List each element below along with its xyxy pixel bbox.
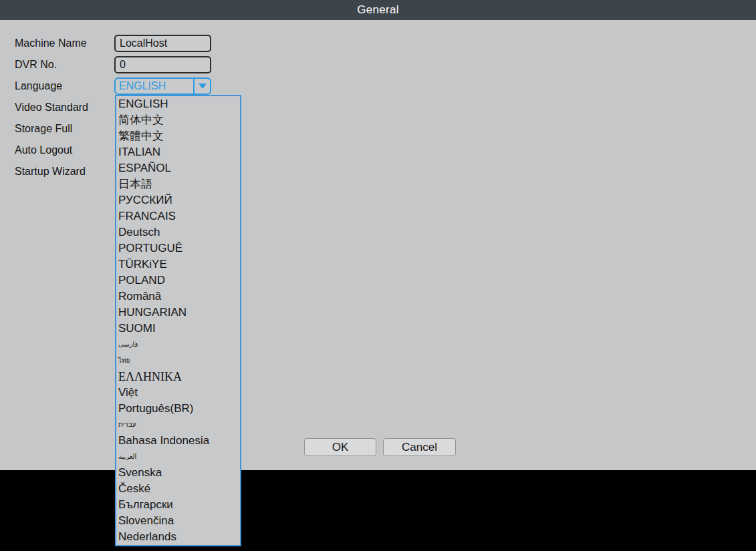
- chevron-down-icon: [199, 83, 207, 89]
- machine-name-input[interactable]: [114, 35, 211, 52]
- language-option-8[interactable]: Deutsch: [116, 224, 240, 240]
- language-option-25[interactable]: Български: [116, 497, 240, 513]
- language-select-arrow-button[interactable]: [193, 79, 210, 94]
- language-dropdown-list: ENGLISH简体中文繁體中文ITALIANESPAÑOL日本語РУССКИЙF…: [115, 95, 241, 546]
- dvr-no-label: DVR No.: [15, 59, 57, 71]
- language-option-2[interactable]: 繁體中文: [116, 128, 240, 144]
- language-option-14[interactable]: SUOMI: [116, 321, 240, 337]
- language-selected-value: ENGLISH: [116, 79, 193, 94]
- language-option-0[interactable]: ENGLISH: [116, 96, 240, 112]
- language-option-3[interactable]: ITALIAN: [116, 144, 240, 160]
- cancel-button[interactable]: Cancel: [383, 438, 456, 456]
- language-option-21[interactable]: Bahasa Indonesia: [116, 433, 240, 449]
- dialog-title: General: [357, 3, 399, 17]
- language-option-9[interactable]: PORTUGUÊ: [116, 240, 240, 256]
- dvr-no-input[interactable]: [114, 56, 211, 73]
- language-option-27[interactable]: Nederlands: [116, 529, 240, 545]
- storage-full-label: Storage Full: [15, 123, 72, 135]
- language-option-12[interactable]: Română: [116, 289, 240, 305]
- language-option-18[interactable]: Việt: [116, 385, 240, 401]
- language-option-17[interactable]: ΕΛΛΗΝΙΚΑ: [116, 369, 240, 385]
- auto-logout-label: Auto Logout: [15, 144, 72, 156]
- language-option-6[interactable]: РУССКИЙ: [116, 192, 240, 208]
- language-label: Language: [15, 80, 62, 92]
- dvr-general-settings-screen: General Machine Name DVR No. Language EN…: [0, 0, 756, 551]
- language-option-19[interactable]: Português(BR): [116, 401, 240, 417]
- language-option-23[interactable]: Svenska: [116, 465, 240, 481]
- language-option-24[interactable]: České: [116, 481, 240, 497]
- language-select[interactable]: ENGLISH: [114, 77, 211, 95]
- startup-wizard-label: Startup Wizard: [15, 166, 86, 178]
- language-option-1[interactable]: 简体中文: [116, 112, 240, 128]
- ok-button[interactable]: OK: [304, 438, 376, 456]
- language-option-10[interactable]: TÜRKiYE: [116, 256, 240, 272]
- dialog-body: Machine Name DVR No. Language ENGLISH Vi…: [0, 20, 756, 470]
- language-option-7[interactable]: FRANCAIS: [116, 208, 240, 224]
- language-option-26[interactable]: Slovenčina: [116, 513, 240, 529]
- dialog-title-bar: General: [0, 0, 756, 20]
- language-option-4[interactable]: ESPAÑOL: [116, 160, 240, 176]
- machine-name-label: Machine Name: [15, 37, 87, 49]
- language-option-11[interactable]: POLAND: [116, 272, 240, 289]
- video-standard-label: Video Standard: [15, 102, 88, 114]
- language-option-5[interactable]: 日本語: [116, 176, 240, 192]
- language-option-20[interactable]: עברית: [116, 417, 240, 433]
- language-option-15[interactable]: فارسی: [116, 337, 240, 353]
- language-option-16[interactable]: ไทย: [116, 353, 240, 369]
- video-background-area: [0, 470, 756, 551]
- language-option-13[interactable]: HUNGARIAN: [116, 305, 240, 321]
- language-option-22[interactable]: العربية: [116, 449, 240, 465]
